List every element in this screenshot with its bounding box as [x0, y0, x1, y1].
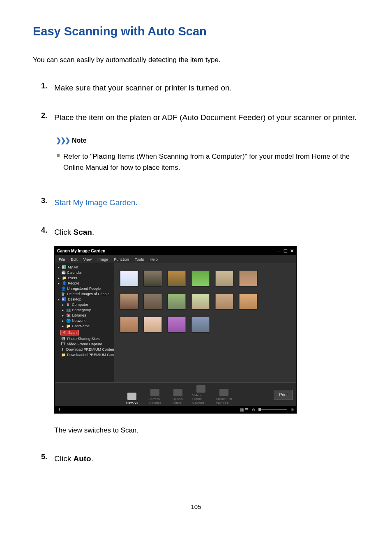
step-4-prefix: Click	[54, 228, 73, 236]
menu-view[interactable]: View	[83, 257, 92, 261]
app-body: ▸■My Art 📅Calendar ▸📁Event ▸👤People 👤Unr…	[55, 263, 296, 382]
thumbnail[interactable]	[191, 294, 210, 309]
thumbnail[interactable]	[144, 317, 162, 332]
sidebar-item-computer[interactable]: ▸🖥Computer	[56, 302, 113, 308]
page-number: 105	[33, 483, 359, 510]
step-1-text: Make sure that your scanner or printer i…	[54, 82, 359, 94]
thumbnail[interactable]	[191, 317, 210, 332]
close-icon[interactable]: ✕	[290, 248, 294, 254]
thumbnail-area	[114, 263, 296, 382]
new-art-button[interactable]: New Art	[123, 393, 141, 405]
menu-edit[interactable]: Edit	[71, 257, 77, 261]
sidebar-item-myart[interactable]: ▸■My Art	[56, 265, 113, 270]
sidebar-item-desktop[interactable]: ▾■Desktop	[56, 297, 113, 302]
step-4-suffix: .	[92, 228, 94, 236]
step-4: Click Scan. Canon My Image Garden — ☐ ✕ …	[33, 226, 359, 435]
correct-enhance-button[interactable]: Correct/ Enhance	[146, 389, 164, 405]
sidebar-item-network[interactable]: ▸🌐Network	[56, 318, 113, 324]
special-filters-button[interactable]: Special Filters	[169, 389, 187, 405]
thumbnail[interactable]	[144, 294, 162, 309]
zoom-in-icon[interactable]: ⊕	[291, 407, 294, 412]
thumbnail[interactable]	[168, 294, 186, 309]
app-title: Canon My Image Garden	[57, 249, 105, 253]
sidebar-item-scan[interactable]: 🖨Scan	[60, 330, 79, 335]
thumbnail[interactable]	[191, 271, 210, 286]
step-5-text: Click Auto.	[54, 453, 359, 465]
app-window: Canon My Image Garden — ☐ ✕ File Edit Vi…	[54, 246, 297, 414]
sidebar-item-homegroup[interactable]: ▸👥Homegroup	[56, 308, 113, 313]
note-text-prefix: Refer to "Placing Items (When Scanning f…	[63, 153, 350, 160]
page-title: Easy Scanning with Auto Scan	[33, 25, 359, 38]
sidebar-item-video-frame[interactable]: 🎞Video Frame Capture	[56, 342, 113, 347]
note-title: Note	[72, 137, 87, 144]
note-italic: Online Manual	[63, 164, 108, 171]
sidebar-item-photo-sharing[interactable]: 🖼Photo Sharing Sites	[56, 336, 113, 342]
step-3: Start My Image Garden.	[33, 197, 359, 209]
thumbnail[interactable]	[239, 271, 257, 286]
app-toolbar: New Art Correct/ Enhance Special Filters…	[55, 382, 296, 406]
zoom-out-icon[interactable]: ⊖	[252, 407, 255, 412]
menu-tools[interactable]: Tools	[135, 257, 144, 261]
thumbnail[interactable]	[215, 271, 233, 286]
sidebar-item-unregistered[interactable]: 👤Unregistered People	[56, 286, 113, 291]
step-4-bold: Scan	[73, 228, 92, 236]
video-frame-capture-button[interactable]: Video Frame Capture	[192, 385, 210, 405]
thumbnail[interactable]	[215, 294, 233, 309]
menu-help[interactable]: Help	[150, 257, 158, 261]
step-4-caption-suffix: .	[136, 426, 138, 434]
view-mode-icons[interactable]: ▦ ☰	[240, 407, 249, 412]
window-controls[interactable]: — ☐ ✕	[277, 248, 294, 254]
step-4-caption: The view switches to Scan.	[54, 425, 359, 436]
zoom-slider[interactable]	[258, 409, 287, 410]
sidebar: ▸■My Art 📅Calendar ▸📁Event ▸👤People 👤Unr…	[55, 263, 114, 382]
note-chevrons-icon: ❯❯❯	[56, 136, 69, 144]
app-menubar: File Edit View Image Function Tools Help	[55, 255, 296, 263]
step-3-text: Start My Image Garden.	[54, 197, 359, 209]
note-header: ❯❯❯ Note	[54, 133, 359, 147]
create-edit-pdf-button[interactable]: Create/Edit PDF File	[215, 389, 233, 405]
sidebar-item-calendar[interactable]: 📅Calendar	[56, 270, 113, 275]
thumbnail[interactable]	[239, 294, 257, 309]
step-5-bold: Auto	[73, 454, 91, 463]
step-2-text: Place the item on the platen or ADF (Aut…	[54, 111, 359, 124]
menu-image[interactable]: Image	[97, 257, 108, 261]
note-text-suffix: for how to place items.	[108, 164, 180, 171]
intro-text: You can scan easily by automatically det…	[33, 55, 359, 65]
sidebar-item-username[interactable]: ▸📁UserName	[56, 324, 113, 329]
step-5-prefix: Click	[54, 454, 73, 463]
thumbnail[interactable]	[120, 271, 138, 286]
step-4-caption-prefix: The view switches to	[54, 426, 121, 434]
app-titlebar: Canon My Image Garden — ☐ ✕	[55, 247, 296, 255]
maximize-icon[interactable]: ☐	[284, 248, 288, 254]
step-4-caption-bold: Scan	[121, 426, 137, 434]
sidebar-item-downloaded-premium[interactable]: 📁Downloaded PREMIUM Contents	[56, 352, 113, 358]
start-link[interactable]: Start My Image Garden.	[54, 198, 138, 207]
note-body: Refer to "Placing Items (When Scanning f…	[54, 147, 359, 179]
app-statusbar: i ▦ ☰ ⊖ ⊕	[55, 406, 296, 413]
note-box: ❯❯❯ Note Refer to "Placing Items (When S…	[54, 133, 359, 179]
step-4-text: Click Scan.	[54, 226, 359, 238]
step-2: Place the item on the platen or ADF (Aut…	[33, 111, 359, 179]
menu-file[interactable]: File	[59, 257, 65, 261]
minimize-icon[interactable]: —	[277, 248, 281, 254]
sidebar-item-deleted[interactable]: 🗑Deleted Images of People	[56, 291, 113, 297]
thumbnail[interactable]	[168, 271, 186, 286]
sidebar-item-download-premium[interactable]: ⬇Download PREMIUM Contents	[56, 347, 113, 352]
thumbnail[interactable]	[120, 317, 138, 332]
thumbnail[interactable]	[168, 317, 186, 332]
step-1: Make sure that your scanner or printer i…	[33, 82, 359, 94]
menu-function[interactable]: Function	[114, 257, 129, 261]
step-5-suffix: .	[91, 454, 93, 463]
sidebar-item-libraries[interactable]: ▸📚Libraries	[56, 313, 113, 318]
steps-list: Make sure that your scanner or printer i…	[33, 82, 359, 465]
info-icon[interactable]: i	[59, 407, 60, 412]
print-button[interactable]: Print	[274, 390, 293, 400]
step-5: Click Auto.	[33, 453, 359, 465]
thumbnail[interactable]	[120, 294, 138, 309]
sidebar-item-event[interactable]: ▸📁Event	[56, 275, 113, 281]
sidebar-item-people[interactable]: ▸👤People	[56, 281, 113, 286]
thumbnail[interactable]	[144, 271, 162, 286]
